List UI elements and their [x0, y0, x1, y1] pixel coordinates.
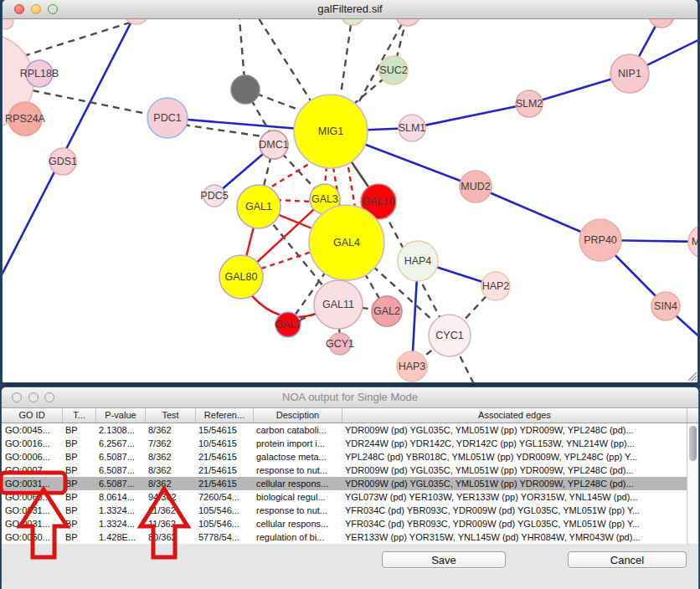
network-titlebar[interactable]: galFiltered.sif	[3, 0, 697, 19]
cell-type: BP	[62, 437, 95, 450]
scrollbar-thumb[interactable]	[689, 426, 697, 461]
node-label: HAP3	[399, 361, 426, 372]
node-partial-corner[interactable]	[3, 19, 13, 29]
noa-window: NOA output for Single Mode GO IDT...P-va…	[2, 387, 698, 589]
edge	[325, 166, 327, 186]
cell-desc: galactose meta...	[253, 450, 342, 464]
column-header-associated-edges[interactable]: Associated edges	[342, 408, 687, 423]
cell-type: BP	[62, 504, 95, 517]
desktop: { "network_window": { "title": "galFilte…	[0, 0, 700, 589]
node-label: HAP4	[404, 255, 432, 267]
node-gray[interactable]	[231, 75, 260, 104]
table-row[interactable]: GO:0006...BP6.5087...8/36221/54615galact…	[2, 450, 698, 464]
noa-titlebar[interactable]: NOA output for Single Mode	[2, 387, 698, 408]
cell-edges: YDR244W (pp) YDR142C, YDR142C (pp) YGL15…	[342, 437, 687, 450]
node-label: MIG1	[318, 125, 344, 137]
cell-desc: biological regul...	[253, 490, 342, 504]
table-row[interactable]: GO:0050...BP1.428E...80/3625778/54...reg…	[2, 530, 698, 544]
network-window-title: galFiltered.sif	[3, 3, 697, 15]
node-label: GAL3	[311, 193, 338, 205]
node-partial-top3[interactable]	[395, 19, 420, 26]
network-canvas[interactable]: RPL18BRPS24AGDS1PDC1DMC1MIG1SUC2SLM1SLM2…	[3, 19, 697, 382]
cell-test: 8/362	[145, 450, 195, 464]
cell-type: BP	[62, 530, 95, 544]
table-row[interactable]: GO:0065...BP8.0614...94/3627260/54...bio…	[2, 490, 698, 504]
cell-go: GO:0006...	[2, 450, 62, 464]
cell-test: 94/362	[145, 490, 195, 504]
table-row[interactable]: GO:0031...BP6.5087...8/36221/54615cellul…	[2, 477, 698, 490]
table-body: GO:0045...BP2.1308...8/36215/54615carbon…	[2, 423, 698, 544]
cell-type: BP	[62, 517, 95, 530]
node-label: RPL18B	[20, 68, 59, 79]
cell-edges: YDR009W (pd) YGL035C, YML051W (pp) YDR00…	[342, 464, 687, 477]
node-label: GAL2	[373, 305, 400, 317]
table-header: GO IDT...P-valueTestReferen...Desciption…	[2, 408, 698, 423]
table-row[interactable]: GO:0007...BP6.5087...8/36221/54615respon…	[2, 464, 698, 477]
column-header-desciption[interactable]: Desciption	[253, 408, 342, 423]
node-label: SIN4	[654, 300, 677, 312]
node-label: PDC1	[153, 112, 181, 124]
cell-test: 7/362	[145, 437, 195, 450]
vertical-scrollbar[interactable]	[687, 423, 698, 544]
cell-test: 11/362	[145, 504, 195, 517]
edge	[23, 19, 172, 56]
cell-edges: YER133W (pp) YOR315W, YNL145W (pd) YHR08…	[342, 530, 687, 544]
cell-edges: YDR009W (pd) YGL035C, YML051W (pp) YDR00…	[342, 423, 687, 437]
cell-type: BP	[62, 423, 95, 437]
cell-go: GO:0050...	[2, 530, 62, 544]
cell-test: 8/362	[145, 477, 195, 490]
node-label: GAL4	[333, 237, 360, 248]
cell-desc: cellular respons...	[253, 517, 342, 530]
cell-desc: regulation of bi...	[253, 530, 342, 544]
node-label: NIP1	[618, 68, 641, 79]
node-label: RPS24A	[5, 113, 46, 125]
column-header-t-[interactable]: T...	[62, 408, 95, 423]
cancel-button[interactable]: Cancel	[568, 551, 687, 568]
network-window: galFiltered.sif RPL18BRPS24AGDS1PDC1DMC1…	[3, 0, 697, 382]
resize-grip[interactable]	[695, 379, 697, 381]
column-header-test[interactable]: Test	[145, 408, 195, 423]
node-label: SUC2	[379, 64, 407, 76]
node-label: GAL80	[225, 271, 258, 283]
edge	[253, 19, 313, 105]
table-row[interactable]: GO:0045...BP2.1308...8/36215/54615carbon…	[2, 423, 698, 437]
table-row[interactable]: GO:0031...BP1.3324...11/362105/546...cel…	[2, 517, 698, 530]
cell-edges: YGL073W (pd) YER103W, YER133W (pp) YOR31…	[342, 490, 687, 504]
cell-go: GO:0031...	[2, 517, 62, 530]
cell-desc: response to nut...	[253, 464, 342, 477]
node-label: GAL1	[245, 201, 272, 213]
node-partial-top2[interactable]	[341, 19, 364, 25]
cell-pvalue: 6.5087...	[95, 477, 145, 490]
node-partial-topright[interactable]	[649, 19, 674, 28]
node-label: GAL11	[322, 299, 354, 310]
cell-edges: YFR034C (pd) YBR093C, YDR009W (pd) YGL03…	[342, 517, 687, 530]
node-label: SLM2	[516, 98, 543, 110]
node-label: GAL10	[363, 196, 395, 207]
node-label: PRP40	[584, 234, 617, 246]
column-header-referen-[interactable]: Referen...	[195, 408, 253, 423]
cell-ref: 5778/54...	[195, 530, 253, 544]
cell-go: GO:0031...	[2, 504, 62, 517]
node-label: CYC1	[435, 330, 463, 341]
edge	[412, 104, 529, 128]
node-label: DMC1	[259, 139, 288, 151]
node-label: MSL1	[692, 236, 697, 248]
cell-test: 8/362	[145, 423, 195, 437]
edge	[261, 252, 311, 269]
table-row[interactable]: GO:0016...BP6.2567...7/36210/54615protei…	[2, 437, 698, 450]
node-label: SLM1	[399, 122, 426, 134]
column-header-go-id[interactable]: GO ID	[2, 408, 62, 423]
noa-window-title: NOA output for Single Mode	[2, 391, 698, 403]
cell-pvalue: 1.3324...	[95, 517, 145, 530]
node-label: GDS1	[49, 156, 77, 167]
cell-test: 11/362	[145, 517, 195, 530]
column-header-scroll[interactable]	[687, 408, 698, 423]
save-button[interactable]: Save	[382, 551, 506, 568]
table-row[interactable]: GO:0031...BP1.3324...11/362105/546...res…	[2, 504, 698, 517]
cell-desc: carbon cataboli...	[253, 423, 342, 437]
node-label: GCY1	[326, 338, 354, 350]
cell-go: GO:0065...	[2, 490, 62, 504]
edge	[341, 19, 353, 95]
cell-type: BP	[62, 490, 95, 504]
column-header-p-value[interactable]: P-value	[95, 408, 145, 423]
